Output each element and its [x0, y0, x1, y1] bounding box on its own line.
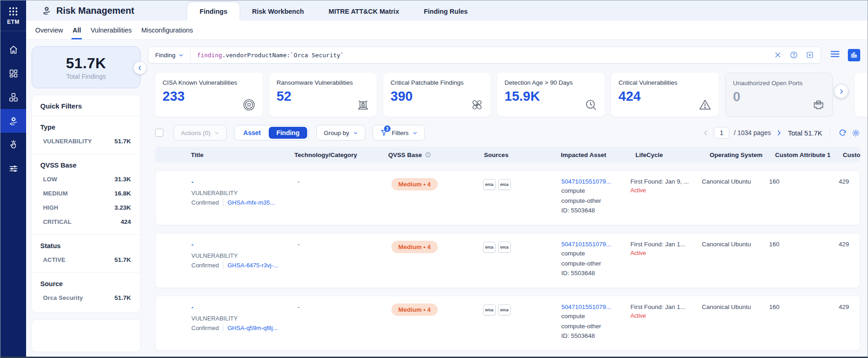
finding-row[interactable]: - VULNERABILITY Confirmed GHSA-rhfx-m35.… — [155, 170, 860, 225]
next-cards-button[interactable] — [835, 85, 848, 98]
sources-cell: orca orca — [462, 304, 531, 315]
asset-toggle[interactable]: Asset — [236, 127, 269, 139]
column-header-lifecycle[interactable]: LifeCycle — [624, 152, 698, 158]
asset-link[interactable]: 5047101551079... — [561, 304, 625, 310]
stat-card-ransomware-vulnerabilities[interactable]: Ransomware Vulnerabilities 52 — [269, 73, 377, 117]
orca-source-badge[interactable]: orca — [498, 304, 511, 315]
subnav-item-overview[interactable]: Overview — [34, 21, 64, 39]
column-header-title[interactable]: Title — [155, 152, 288, 158]
column-header-custom-attribute-1[interactable]: Custom Attribute 1 — [764, 152, 833, 158]
column-header-operating-system[interactable]: Operating System — [698, 152, 764, 158]
tab-finding-rules[interactable]: Finding Rules — [412, 2, 480, 21]
stat-card-critical-vulnerabilities[interactable]: Critical Vulnerabilities 424 — [611, 73, 719, 117]
list-view-button[interactable] — [830, 49, 841, 61]
query-input[interactable]: finding.vendorProductName:`Orca Security… — [191, 52, 774, 59]
collapse-panel-button[interactable] — [134, 62, 146, 74]
filter-row-medium[interactable]: MEDIUM 16.8K — [43, 190, 131, 197]
finding-alias-link[interactable]: GHSA-q59m-qf8j... — [228, 325, 278, 331]
finding-title-link[interactable]: - — [191, 241, 194, 248]
column-header-impacted-asset[interactable]: Impacted Asset — [531, 152, 624, 158]
stat-card-unauthorized-open-ports[interactable]: Unauthorized Open Ports 0 — [725, 73, 833, 117]
logo-text: ETM — [7, 19, 20, 25]
stat-card-detection-age[interactable]: Detection Age > 90 Days 15.9K — [497, 73, 605, 117]
filter-row-critical[interactable]: CRITICAL 424 — [43, 218, 131, 225]
findings-subnav: Overview All Vulnerabilities Misconfigur… — [26, 21, 868, 40]
column-header-sources[interactable]: Sources — [462, 152, 531, 158]
stat-card-critical-patchable-findings[interactable]: Critical Patchable Findings 390 — [383, 73, 491, 117]
filter-label: Orca Security — [43, 294, 83, 301]
query-keyword: finding — [197, 52, 222, 59]
asset-finding-toggle: Asset Finding — [234, 125, 309, 141]
filter-row-active[interactable]: ACTIVE 51.7K — [43, 256, 131, 263]
refresh-icon[interactable] — [838, 129, 847, 137]
blocks-icon — [8, 92, 19, 103]
group-by-label: Group by — [324, 130, 349, 136]
filters-button[interactable]: 3 Filters — [373, 125, 425, 141]
query-scope-dropdown[interactable]: Finding — [148, 47, 191, 63]
sidebar-item-actions[interactable] — [0, 133, 26, 157]
filter-label: VULNERABILITY — [43, 138, 92, 145]
column-header-technology-category[interactable]: Technology/Category — [288, 152, 382, 158]
table-settings-icon[interactable] — [852, 129, 860, 137]
page-number-input[interactable]: 1 — [714, 127, 729, 139]
filter-count: 16.8K — [114, 190, 131, 197]
select-all-checkbox[interactable] — [155, 129, 163, 137]
finding-alias-link[interactable]: GHSA-6475-r3vj-... — [228, 262, 278, 269]
previous-page-icon[interactable] — [702, 130, 709, 136]
filter-row-orca-security[interactable]: Orca Security 51.7K — [43, 294, 131, 301]
stat-card-cisa-known-vulnerabilities[interactable]: CISA Known Vulnerabilities 233 — [155, 73, 263, 117]
app-logo[interactable]: ETM — [0, 0, 26, 31]
tab-risk-workbench[interactable]: Risk Workbench — [239, 2, 316, 21]
filter-row-low[interactable]: LOW 31.3K — [43, 176, 131, 183]
findings-table: Title Technology/Category QVSS Base Sour… — [155, 147, 860, 351]
finding-toggle[interactable]: Finding — [269, 127, 308, 139]
subnav-item-all[interactable]: All — [71, 21, 82, 39]
chevron-down-icon — [214, 130, 219, 136]
filter-count: 51.7K — [114, 256, 131, 263]
asset-link[interactable]: 5047101551079... — [561, 178, 625, 185]
asset-subcategory: compute-other — [561, 322, 625, 331]
sidebar-item-home[interactable] — [0, 38, 26, 61]
column-header-qvss-base[interactable]: QVSS Base — [382, 152, 462, 158]
divider — [223, 324, 223, 332]
filter-label: MEDIUM — [43, 190, 68, 197]
orca-source-badge[interactable]: orca — [498, 179, 511, 190]
finding-row[interactable]: - VULNERABILITY Confirmed GHSA-6475-r3vj… — [155, 233, 860, 288]
add-query-icon[interactable] — [806, 51, 814, 59]
asset-category: compute — [561, 187, 625, 195]
finding-alias-link[interactable]: GHSA-rhfx-m35... — [228, 199, 275, 206]
top-header: Risk Management Findings Risk Workbench … — [26, 0, 868, 21]
help-icon[interactable] — [790, 51, 798, 59]
sidebar-item-settings[interactable] — [0, 157, 26, 180]
asset-link[interactable]: 5047101551079... — [561, 241, 625, 248]
clear-query-icon[interactable] — [774, 51, 782, 59]
risk-management-title-icon — [42, 5, 52, 16]
filter-row-high[interactable]: HIGH 3.23K — [43, 204, 131, 211]
finding-title-link[interactable]: - — [191, 304, 194, 311]
info-icon[interactable] — [425, 152, 431, 158]
orca-source-badge[interactable]: orca — [483, 242, 496, 253]
actions-button[interactable]: Actions (0) — [174, 125, 227, 141]
sidebar-item-assets[interactable] — [0, 85, 26, 109]
filter-panel: 51.7K Total Findings Quick Filters Type … — [32, 46, 141, 357]
sliders-icon — [8, 163, 19, 174]
orca-source-badge[interactable]: orca — [483, 304, 496, 315]
filter-row-vulnerability[interactable]: VULNERABILITY 51.7K — [43, 138, 131, 145]
sidebar-item-risk-management[interactable] — [0, 109, 26, 133]
orca-source-badge[interactable]: orca — [498, 242, 511, 253]
finding-row[interactable]: - VULNERABILITY Confirmed GHSA-q59m-qf8j… — [155, 296, 860, 351]
finding-title-link[interactable]: - — [191, 178, 194, 185]
next-page-icon[interactable] — [776, 130, 782, 136]
sidebar-item-dashboards[interactable] — [0, 61, 26, 85]
group-by-button[interactable]: Group by — [316, 125, 365, 141]
subnav-item-vulnerabilities[interactable]: Vulnerabilities — [90, 21, 133, 39]
subnav-item-misconfigurations[interactable]: Misconfigurations — [141, 21, 194, 39]
first-found: First Found: Jan 1... — [630, 304, 698, 310]
qvss-cell: Medium • 4 — [382, 241, 462, 253]
stat-card-title: Ransomware Vulnerabilities — [277, 79, 369, 86]
tab-findings[interactable]: Findings — [187, 2, 239, 21]
chart-view-button[interactable] — [848, 49, 860, 61]
orca-source-badge[interactable]: orca — [483, 179, 496, 190]
column-header-custom-attribute-2[interactable]: Custom — [833, 152, 860, 158]
tab-mitre-attack-matrix[interactable]: MITRE ATT&CK Matrix — [316, 2, 412, 21]
